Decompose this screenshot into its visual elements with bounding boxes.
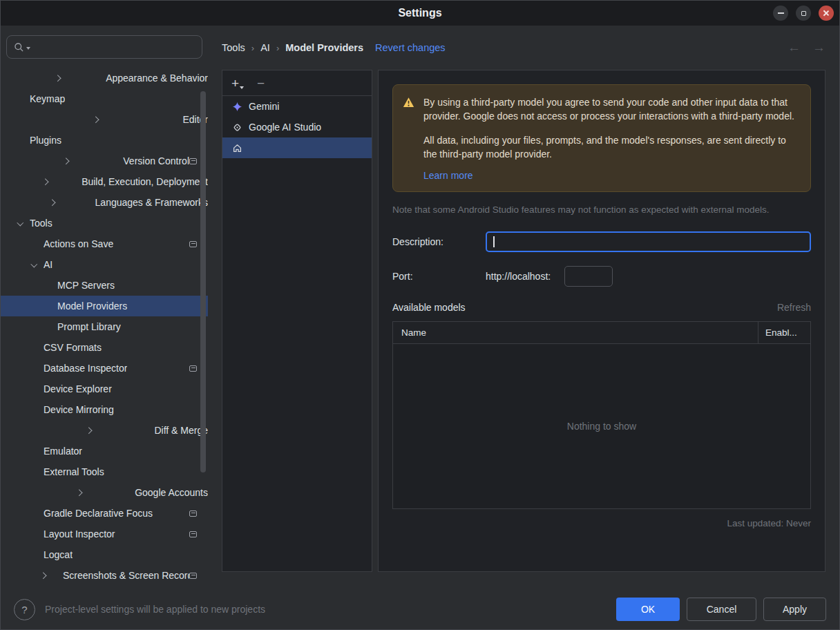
search-input[interactable] [6, 35, 202, 59]
window-controls [773, 6, 834, 21]
chevron-down-icon [30, 260, 38, 269]
minimize-icon [778, 12, 784, 14]
minimize-button[interactable] [773, 6, 788, 21]
port-input[interactable] [564, 266, 613, 287]
help-button[interactable]: ? [14, 599, 35, 620]
close-icon [823, 10, 830, 17]
sidebar-item-plugins[interactable]: Plugins [1, 130, 208, 151]
column-header-name[interactable]: Name [393, 322, 758, 343]
home-icon [231, 142, 242, 153]
description-row: Description: [392, 231, 811, 252]
window-title: Settings [398, 7, 441, 19]
sidebar-item-emulator[interactable]: Emulator [1, 441, 208, 461]
provider-detail-panel: By using a third-party model you agree t… [378, 70, 825, 572]
back-arrow-icon[interactable]: ← [788, 40, 801, 55]
per-project-settings-icon [189, 510, 197, 517]
sidebar-item-build-execution-deployment[interactable]: Build, Execution, Deployment [1, 171, 208, 192]
sidebar-item-external-tools[interactable]: External Tools [1, 461, 208, 482]
chevron-right-icon [16, 115, 177, 124]
warning-icon [403, 97, 414, 182]
breadcrumb-separator-icon: › [276, 43, 279, 53]
history-navigation: ← → [788, 40, 825, 55]
per-project-settings-icon [189, 573, 197, 579]
sidebar-item-device-explorer[interactable]: Device Explorer [1, 379, 208, 399]
sidebar-item-prompt-library[interactable]: Prompt Library [1, 316, 208, 337]
google-ai-studio-icon [231, 122, 242, 133]
chevron-right-icon [30, 426, 149, 435]
third-party-warning-banner: By using a third-party model you agree t… [392, 84, 811, 192]
sidebar-item-actions-on-save[interactable]: Actions on Save [1, 233, 208, 254]
close-button[interactable] [819, 6, 834, 21]
footer-note: Project-level settings will be applied t… [45, 604, 265, 615]
description-input[interactable] [486, 231, 811, 252]
sidebar-item-languages-frameworks[interactable]: Languages & Frameworks [1, 192, 208, 213]
sidebar-item-screenshots-screen-recording[interactable]: Screenshots & Screen Recordi [1, 565, 208, 586]
sidebar-item-tools[interactable]: Tools [1, 213, 208, 233]
settings-tree: Appearance & Behavior Keymap Editor Plug… [1, 68, 208, 586]
apply-button[interactable]: Apply [763, 598, 826, 621]
per-project-settings-icon [189, 241, 197, 247]
sidebar-item-editor[interactable]: Editor [1, 109, 208, 130]
sidebar-item-gradle-declarative-focus[interactable]: Gradle Declarative Focus [1, 503, 208, 524]
provider-item-new[interactable] [222, 137, 372, 158]
models-table-empty-state: Nothing to show [393, 344, 810, 508]
chevron-right-icon [16, 178, 76, 186]
providers-toolbar: + − [222, 70, 372, 96]
warning-text: By using a third-party model you agree t… [423, 95, 799, 182]
chevron-right-icon [16, 198, 90, 207]
question-mark-icon: ? [21, 604, 27, 615]
sidebar-item-logcat[interactable]: Logcat [1, 544, 208, 565]
settings-sidebar: Appearance & Behavior Keymap Editor Plug… [1, 26, 208, 589]
port-row: Port: http://localhost: [392, 266, 811, 287]
sidebar-item-device-mirroring[interactable]: Device Mirroring [1, 399, 208, 420]
sidebar-item-model-providers[interactable]: Model Providers [1, 296, 208, 316]
search-icon [14, 42, 24, 52]
sidebar-item-database-inspector[interactable]: Database Inspector [1, 358, 208, 379]
sidebar-item-keymap[interactable]: Keymap [1, 88, 208, 109]
dialog-content: Appearance & Behavior Keymap Editor Plug… [1, 26, 839, 589]
forward-arrow-icon[interactable]: → [812, 40, 825, 55]
add-provider-button[interactable]: + [231, 77, 239, 90]
breadcrumb-separator-icon: › [251, 43, 254, 53]
chevron-right-icon [30, 571, 57, 580]
refresh-link[interactable]: Refresh [777, 302, 811, 313]
sidebar-item-google-accounts[interactable]: Google Accounts [1, 482, 208, 503]
sidebar-item-appearance-behavior[interactable]: Appearance & Behavior [1, 68, 208, 88]
sidebar-item-csv-formats[interactable]: CSV Formats [1, 337, 208, 358]
chevron-right-icon [16, 157, 117, 165]
sidebar-item-version-control[interactable]: Version Control [1, 151, 208, 171]
learn-more-link[interactable]: Learn more [423, 169, 473, 182]
remove-provider-button[interactable]: − [257, 77, 265, 90]
provider-item-google-ai-studio[interactable]: Google AI Studio [222, 117, 372, 137]
search-options-chevron-icon [26, 47, 30, 50]
chevron-right-icon [16, 74, 100, 82]
ok-button[interactable]: OK [616, 598, 680, 621]
models-table-header: Name Enabl... [393, 322, 810, 344]
maximize-button[interactable] [796, 6, 811, 21]
per-project-settings-icon [189, 365, 197, 372]
column-header-enabled[interactable]: Enabl... [758, 322, 810, 343]
breadcrumb: Tools › AI › Model Providers Revert chan… [222, 26, 825, 70]
providers-list: Gemini Google AI Studio [222, 96, 372, 158]
gemini-icon [231, 101, 242, 112]
titlebar: Settings [1, 1, 839, 26]
sidebar-item-layout-inspector[interactable]: Layout Inspector [1, 524, 208, 544]
settings-window: Settings Appearance & Behavior Keymap Ed… [0, 0, 840, 630]
sidebar-item-ai[interactable]: AI [1, 254, 208, 275]
cancel-button[interactable]: Cancel [687, 598, 756, 621]
external-models-note: Note that some Android Studio features m… [392, 204, 811, 215]
maximize-icon [801, 11, 806, 16]
breadcrumb-ai[interactable]: AI [260, 42, 270, 53]
warning-paragraph-1: By using a third-party model you agree t… [423, 95, 799, 124]
sidebar-item-mcp-servers[interactable]: MCP Servers [1, 275, 208, 296]
breadcrumb-tools[interactable]: Tools [222, 42, 245, 53]
last-updated-text: Last updated: Never [392, 518, 811, 528]
sidebar-item-diff-merge[interactable]: Diff & Merge [1, 420, 208, 441]
breadcrumb-model-providers: Model Providers [285, 42, 363, 53]
per-project-settings-icon [189, 531, 197, 537]
chevron-down-icon [16, 219, 24, 227]
warning-paragraph-2: All data, including your files, prompts,… [423, 133, 799, 162]
provider-item-gemini[interactable]: Gemini [222, 96, 372, 117]
revert-changes-link[interactable]: Revert changes [375, 42, 446, 53]
sidebar-scrollbar[interactable] [200, 91, 206, 472]
